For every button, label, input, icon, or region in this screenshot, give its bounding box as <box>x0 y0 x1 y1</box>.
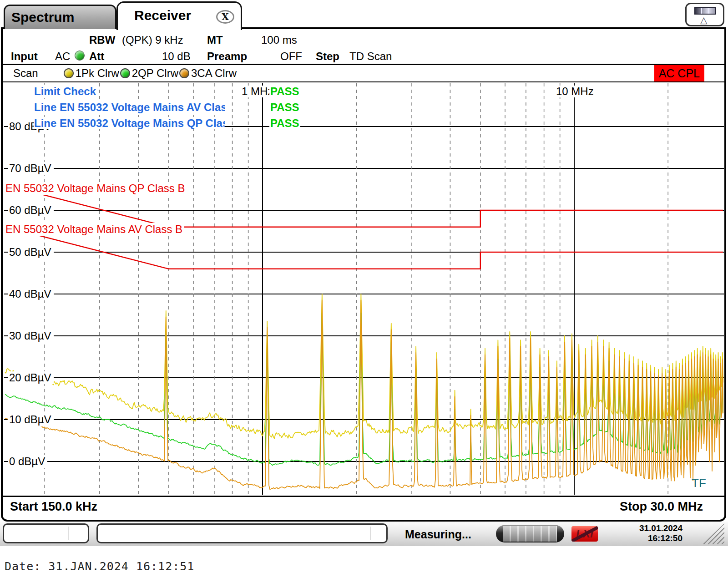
input-label: Input <box>11 50 38 63</box>
trace1-dot-icon <box>64 68 74 78</box>
limit-check-title: Limit Check <box>34 85 96 98</box>
ac-coupling-badge: AC CPL <box>654 65 704 81</box>
limit-line-av-row: Line EN 55032 Voltage Mains AV Class B <box>34 101 225 114</box>
trace3-dot-icon <box>179 68 189 78</box>
limit-line-qp-status: PASS <box>269 117 300 130</box>
status-time: 16:12:50 <box>619 533 682 543</box>
y-axis-label-60: 60 dBµV <box>8 204 54 217</box>
limit-label-av: EN 55032 Voltage Mains AV Class B <box>4 223 184 236</box>
status-datetime: 31.01.2024 16:12:50 <box>619 523 682 543</box>
trace2-dot-icon <box>120 68 130 78</box>
status-field-2[interactable] <box>96 523 388 543</box>
input-led-icon <box>75 51 85 61</box>
y-axis-label-10: 10 dBµV <box>8 413 54 426</box>
y-axis-label-20: 20 dBµV <box>8 371 54 384</box>
step-label: Step <box>316 50 339 63</box>
footer-date-line: Date: 31.JAN.2024 16:12:51 <box>5 560 194 573</box>
measuring-status: Measuring... <box>405 528 471 541</box>
limit-line-av-status: PASS <box>269 101 300 114</box>
trace1-label: 1Pk Clrw <box>76 67 119 80</box>
scan-label: Scan <box>13 67 38 80</box>
x-mark-10mhz: 10 MHz <box>554 86 596 97</box>
tab-receiver-label: Receiver <box>134 8 191 23</box>
scan-header-row: Scan 1Pk Clrw 2QP Clrw 3CA Clrw AC CPL <box>3 65 724 82</box>
input-value[interactable]: AC <box>55 50 70 63</box>
trace2-label: 2QP Clrw <box>132 67 178 80</box>
measurement-progress-bar <box>496 525 564 542</box>
keyboard-icon <box>694 7 716 15</box>
y-axis-label-70: 70 dBµV <box>8 162 54 175</box>
limit-line-qp-name: Line EN 55032 Voltage Mains QP Class B <box>34 117 225 129</box>
status-field-1[interactable] <box>3 523 89 543</box>
lxi-indicator: LXI <box>571 526 598 542</box>
trace-legend-3ca[interactable]: 3CA Clrw <box>179 67 237 80</box>
status-date: 31.01.2024 <box>619 523 682 533</box>
y-axis-label-50: 50 dBµV <box>8 246 54 259</box>
limit-label-qp: EN 55032 Voltage Mains QP Class B <box>4 182 187 195</box>
trace3-label: 3CA Clrw <box>191 67 237 80</box>
step-value[interactable]: TD Scan <box>349 50 392 63</box>
att-label: Att <box>89 50 104 63</box>
preamp-label: Preamp <box>207 50 247 63</box>
limit-line-qp-row: Line EN 55032 Voltage Mains QP Class B <box>34 117 225 130</box>
limit-check-status: PASS <box>269 85 300 98</box>
start-frequency[interactable]: Start 150.0 kHz <box>10 500 97 514</box>
receiver-app: Spectrum Receiver X △ RBW (QPK) 9 kHz MT… <box>0 0 728 588</box>
limit-check-row: Limit Check <box>34 85 96 98</box>
stop-frequency[interactable]: Stop 30.0 MHz <box>620 500 703 514</box>
trace-legend-2qp[interactable]: 2QP Clrw <box>120 67 178 80</box>
y-axis-label-30: 30 dBµV <box>8 329 54 342</box>
mt-label: MT <box>207 34 223 46</box>
mt-value[interactable]: 100 ms <box>261 34 297 46</box>
scan-plot[interactable] <box>4 83 724 495</box>
tab-spectrum[interactable]: Spectrum <box>4 5 116 29</box>
y-axis-label-40: 40 dBµV <box>8 288 54 300</box>
y-axis-label-0: 0 dBµV <box>8 455 47 468</box>
rbw-label: RBW <box>89 34 115 46</box>
tf-indicator: TF <box>692 476 706 490</box>
rbw-value[interactable]: (QPK) 9 kHz <box>122 34 183 46</box>
tab-receiver[interactable]: Receiver X <box>116 1 242 30</box>
limit-line-av-name: Line EN 55032 Voltage Mains AV Class B <box>34 101 225 113</box>
att-value[interactable]: 10 dB <box>162 50 191 63</box>
frontpanel-button[interactable]: △ <box>685 3 724 26</box>
preamp-value[interactable]: OFF <box>280 50 302 63</box>
close-tab-icon[interactable]: X <box>216 10 234 24</box>
trace-legend-1pk[interactable]: 1Pk Clrw <box>64 67 119 80</box>
triangle-icon: △ <box>700 15 710 24</box>
